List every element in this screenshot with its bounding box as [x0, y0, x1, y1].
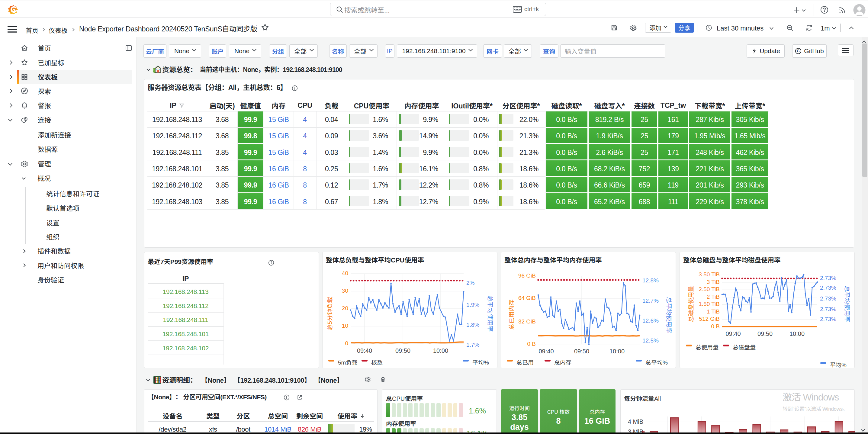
svg-text:G: G — [797, 49, 800, 53]
